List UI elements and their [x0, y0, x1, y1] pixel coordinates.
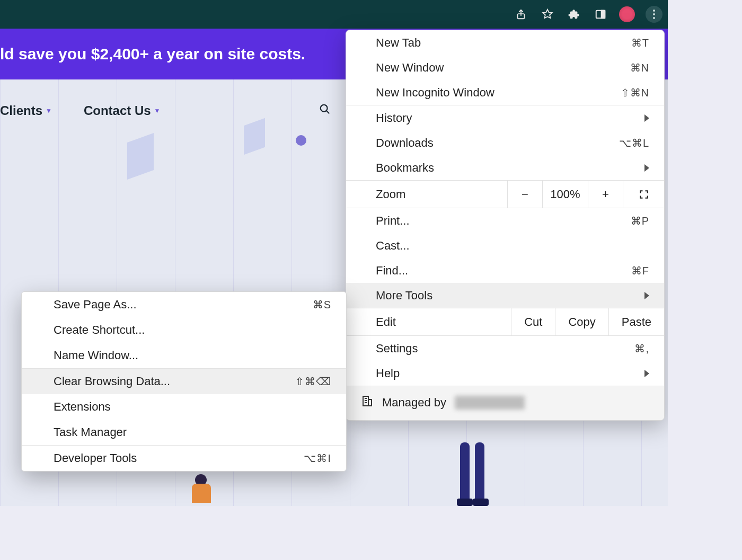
managed-org-redacted: redacted org	[455, 396, 525, 410]
menu-label: Find...	[376, 264, 408, 278]
search-icon[interactable]	[319, 103, 331, 118]
shortcut: ⌘F	[631, 264, 649, 277]
menu-label: Cast...	[376, 239, 410, 253]
menu-label: Name Window...	[54, 349, 138, 362]
menu-label: Help	[376, 367, 400, 380]
zoom-label: Zoom	[346, 181, 507, 208]
menu-label: Save Page As...	[54, 298, 137, 312]
managed-prefix: Managed by	[382, 396, 446, 410]
chevron-right-icon	[644, 164, 649, 172]
submenu-task-manager[interactable]: Task Manager	[22, 420, 346, 445]
caret-down-icon: ▼	[46, 107, 52, 114]
menu-label: Extensions	[54, 400, 111, 414]
chevron-right-icon	[644, 292, 649, 299]
menu-label: Clear Browsing Data...	[54, 375, 170, 388]
menu-new-incognito[interactable]: New Incognito Window ⇧⌘N	[346, 80, 664, 105]
submenu-extensions[interactable]: Extensions	[22, 394, 346, 420]
submenu-clear-browsing-data[interactable]: Clear Browsing Data... ⇧⌘⌫	[22, 369, 346, 394]
svg-rect-7	[368, 399, 372, 406]
menu-bookmarks[interactable]: Bookmarks	[346, 155, 664, 180]
menu-cast[interactable]: Cast...	[346, 233, 664, 258]
chrome-menu-button[interactable]	[646, 6, 662, 23]
managed-by-row[interactable]: Managed by redacted org	[346, 386, 664, 420]
menu-zoom-row: Zoom − 100% +	[346, 181, 664, 208]
menu-label: Create Shortcut...	[54, 323, 145, 337]
menu-label: Bookmarks	[376, 161, 434, 175]
shortcut: ⇧⌘N	[621, 86, 649, 99]
menu-find[interactable]: Find... ⌘F	[346, 258, 664, 283]
menu-label: New Tab	[376, 36, 421, 50]
zoom-in-button[interactable]: +	[588, 181, 623, 208]
menu-label: More Tools	[376, 289, 432, 303]
shortcut: ⌥⌘I	[304, 452, 331, 465]
svg-line-5	[326, 111, 330, 114]
menu-new-tab[interactable]: New Tab ⌘T	[346, 30, 664, 55]
menu-edit-row: Edit Cut Copy Paste	[346, 308, 664, 336]
svg-rect-3	[602, 11, 605, 19]
chevron-right-icon	[644, 114, 649, 122]
menu-help[interactable]: Help	[346, 361, 664, 386]
menu-label: Print...	[376, 214, 410, 228]
shortcut: ⇧⌘⌫	[295, 375, 331, 388]
caret-down-icon: ▼	[154, 107, 161, 114]
shortcut: ⌘P	[631, 215, 649, 227]
site-nav: Clients ▼ Contact Us ▼ L	[0, 103, 386, 118]
zoom-value: 100%	[542, 181, 588, 208]
illustration-person-legs	[456, 432, 493, 506]
fullscreen-icon[interactable]	[623, 181, 664, 208]
edit-paste-button[interactable]: Paste	[608, 308, 664, 335]
building-icon	[361, 395, 374, 411]
decorative-shape	[127, 133, 154, 180]
menu-settings[interactable]: Settings ⌘,	[346, 336, 664, 361]
banner-text: ld save you $2,400+ a year on site costs…	[0, 45, 305, 63]
edit-cut-button[interactable]: Cut	[511, 308, 555, 335]
decorative-shape	[244, 118, 265, 155]
menu-new-window[interactable]: New Window ⌘N	[346, 55, 664, 80]
decorative-dot	[296, 135, 306, 146]
browser-toolbar	[0, 0, 668, 29]
illustration-person	[186, 474, 217, 506]
nav-label: Contact Us	[84, 103, 151, 118]
submenu-name-window[interactable]: Name Window...	[22, 343, 346, 368]
svg-point-4	[321, 105, 328, 112]
shortcut: ⌘N	[630, 61, 649, 74]
menu-label: Developer Tools	[54, 451, 137, 465]
shortcut: ⌥⌘L	[619, 137, 649, 149]
edit-label: Edit	[346, 308, 511, 335]
submenu-create-shortcut[interactable]: Create Shortcut...	[22, 317, 346, 343]
shortcut: ⌘S	[313, 298, 331, 311]
share-icon[interactable]	[513, 6, 529, 22]
submenu-developer-tools[interactable]: Developer Tools ⌥⌘I	[22, 446, 346, 471]
nav-clients[interactable]: Clients ▼	[0, 103, 52, 118]
side-panel-icon[interactable]	[593, 6, 608, 22]
zoom-out-button[interactable]: −	[507, 181, 542, 208]
submenu-save-page-as[interactable]: Save Page As... ⌘S	[22, 292, 346, 317]
menu-label: Task Manager	[54, 425, 127, 439]
shortcut: ⌘,	[634, 342, 649, 355]
nav-contact[interactable]: Contact Us ▼	[84, 103, 161, 118]
chrome-main-menu: New Tab ⌘T New Window ⌘N New Incognito W…	[346, 30, 665, 421]
menu-downloads[interactable]: Downloads ⌥⌘L	[346, 130, 664, 155]
bookmark-star-icon[interactable]	[540, 6, 555, 22]
chevron-right-icon	[644, 370, 649, 377]
menu-label: Settings	[376, 342, 418, 355]
extensions-puzzle-icon[interactable]	[566, 6, 582, 22]
menu-label: New Window	[376, 61, 444, 75]
more-tools-submenu: Save Page As... ⌘S Create Shortcut... Na…	[21, 291, 347, 472]
menu-history[interactable]: History	[346, 105, 664, 130]
edit-copy-button[interactable]: Copy	[555, 308, 608, 335]
menu-label: Downloads	[376, 136, 434, 150]
menu-label: History	[376, 111, 412, 125]
menu-print[interactable]: Print... ⌘P	[346, 208, 664, 233]
menu-more-tools[interactable]: More Tools	[346, 283, 664, 308]
profile-avatar-icon[interactable]	[619, 6, 635, 22]
nav-label: Clients	[0, 103, 42, 118]
menu-label: New Incognito Window	[376, 86, 494, 100]
shortcut: ⌘T	[631, 37, 649, 49]
